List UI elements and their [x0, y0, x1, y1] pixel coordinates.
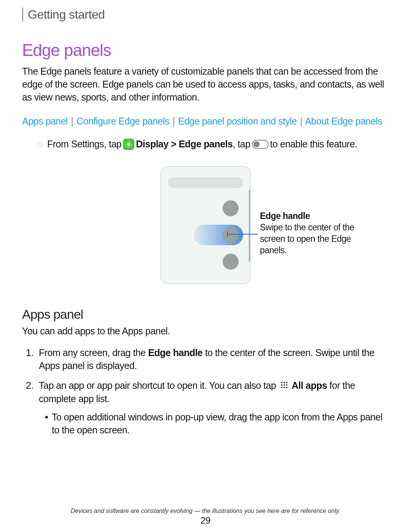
instruction-bold: Display > Edge panels: [136, 137, 233, 151]
section-title-apps-panel: Apps panel: [22, 307, 389, 322]
substeps-list: To open additional windows in pop-up vie…: [39, 411, 389, 437]
step2-bold: All apps: [292, 380, 327, 391]
footer-note: Devices and software are constantly evol…: [0, 508, 411, 514]
svg-point-15: [284, 384, 285, 386]
bullet-icon: [37, 142, 42, 147]
step-number: 2.: [26, 379, 33, 392]
page-title: Edge panels: [22, 41, 389, 60]
all-apps-icon: [280, 380, 288, 393]
callout-box: Edge handle Swipe to the center of the s…: [260, 211, 359, 256]
edge-handle: [249, 190, 251, 262]
svg-point-19: [286, 387, 287, 388]
link-configure-edge-panels[interactable]: Configure Edge panels: [76, 116, 169, 126]
link-about-edge-panels[interactable]: About Edge panels: [305, 116, 382, 126]
link-apps-panel[interactable]: Apps panel: [22, 116, 68, 126]
svg-point-0: [127, 143, 130, 146]
svg-line-7: [126, 146, 127, 147]
instruction-mid: , tap: [233, 137, 250, 151]
step-2: 2. Tap an app or app pair shortcut to op…: [39, 379, 389, 437]
phone-app-circle: [223, 254, 239, 270]
step-number: 1.: [26, 347, 33, 359]
callout-body: Swipe to the center of the screen to ope…: [260, 222, 359, 256]
svg-point-14: [281, 384, 282, 386]
phone-app-circle: [223, 200, 239, 216]
svg-point-16: [286, 384, 287, 386]
svg-point-13: [286, 382, 287, 383]
steps-list: 1. From any screen, drag the Edge handle…: [22, 347, 389, 436]
link-separator: |: [172, 116, 175, 126]
svg-line-8: [131, 142, 131, 142]
svg-point-18: [284, 387, 285, 388]
step1-bold: Edge handle: [148, 347, 202, 358]
section-links: Apps panel | Configure Edge panels | Edg…: [22, 116, 389, 127]
svg-point-12: [284, 382, 285, 383]
instruction-pre: From Settings, tap: [47, 137, 121, 151]
phone-app-circle: [223, 227, 239, 243]
substep-1: To open additional windows in pop-up vie…: [52, 411, 389, 437]
instruction-post: to enable this feature.: [270, 137, 357, 151]
phone-mockup: [160, 166, 251, 284]
instruction-row: From Settings, tap Display > Edge panels…: [22, 137, 389, 151]
callout-title: Edge handle: [260, 211, 359, 222]
svg-line-5: [126, 142, 127, 142]
step-1: 1. From any screen, drag the Edge handle…: [39, 347, 389, 372]
phone-searchbar: [168, 177, 243, 188]
link-edge-panel-position[interactable]: Edge panel position and style: [178, 116, 297, 126]
page-number: 29: [0, 515, 411, 526]
link-separator: |: [71, 116, 73, 126]
step2-pre: Tap an app or app pair shortcut to open …: [39, 380, 276, 391]
step1-pre: From any screen, drag the: [39, 347, 148, 358]
display-icon: [123, 139, 134, 150]
illustration: Edge handle Swipe to the center of the s…: [22, 166, 389, 284]
svg-point-11: [281, 382, 282, 383]
svg-line-6: [131, 146, 131, 147]
breadcrumb: Getting started: [22, 8, 389, 22]
toggle-icon: [252, 140, 269, 149]
intro-paragraph: The Edge panels feature a variety of cus…: [22, 65, 389, 104]
section2-intro: You can add apps to the Apps panel.: [22, 326, 389, 337]
link-separator: |: [300, 116, 302, 126]
svg-point-17: [281, 387, 282, 388]
